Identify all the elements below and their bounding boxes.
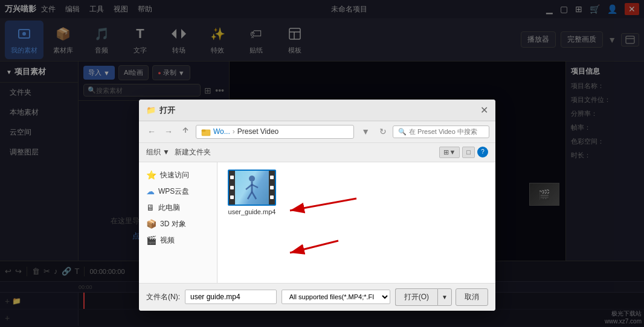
film-hole-3: [230, 195, 234, 199]
breadcrumb-preset: Preset Video: [237, 127, 279, 136]
open-btn-group: 打开(O) ▼: [395, 288, 452, 306]
file-name-text: user_guide.mp4: [228, 208, 276, 215]
open-file-dialog: 📁 打开 ✕ ← → Wo... › Preset Video ▼ ↻: [139, 100, 495, 311]
file-tree: ⭐ 快速访问 ☁ WPS云盘 🖥 此电脑 📦 3D 对象 🎬 视频: [139, 162, 217, 283]
view-details-button[interactable]: □: [462, 147, 475, 158]
breadcrumb-bar: Wo... › Preset Video: [196, 125, 354, 139]
footer-buttons: 打开(O) ▼ 取消: [395, 288, 488, 306]
svg-line-19: [290, 241, 338, 253]
wps-label: WPS云盘: [158, 186, 189, 197]
dialog-title-text: 打开: [159, 105, 175, 116]
open-dropdown-button[interactable]: ▼: [437, 288, 452, 306]
favorites-label: 快速访问: [160, 170, 189, 180]
svg-line-16: [252, 192, 256, 199]
watermark: 极光下载站www.xz7.com: [605, 310, 642, 325]
dialog-body: ⭐ 快速访问 ☁ WPS云盘 🖥 此电脑 📦 3D 对象 🎬 视频: [139, 162, 495, 283]
file-content: user_guide.mp4: [217, 162, 495, 283]
computer-icon: 🖥: [146, 203, 155, 212]
tree-item-video[interactable]: 🎬 视频: [139, 232, 217, 249]
film-hole-r1: [270, 176, 274, 179]
filename-label: 文件名(N):: [146, 292, 180, 302]
dialog-toolbar-left: 组织 ▼ 新建文件夹: [146, 147, 211, 157]
new-folder-button[interactable]: 新建文件夹: [175, 147, 211, 157]
nav-back-button[interactable]: ←: [145, 125, 158, 138]
film-hole-r3: [270, 195, 274, 199]
video-icon: 🎬: [146, 235, 156, 245]
tree-item-favorites[interactable]: ⭐ 快速访问: [139, 167, 217, 183]
dialog-title-icon: 📁: [146, 106, 156, 115]
favorites-icon: ⭐: [146, 170, 156, 180]
film-hole-1: [230, 176, 234, 179]
film-hole-2: [230, 186, 234, 189]
dialog-toolbar: 组织 ▼ 新建文件夹 ⊞▼ □ ?: [139, 143, 495, 162]
dialog-footer: 文件名(N): All supported files(*.MP4;*.FI 打…: [139, 283, 495, 311]
film-holes-right: [269, 171, 275, 205]
filename-input[interactable]: [185, 290, 277, 304]
dialog-nav: ← → Wo... › Preset Video ▼ ↻ 🔍: [139, 121, 495, 143]
breadcrumb-part-1: [201, 127, 211, 136]
organize-dropdown-icon: ▼: [163, 148, 170, 156]
organize-button[interactable]: 组织 ▼: [146, 147, 170, 157]
search-path-icon: 🔍: [398, 128, 407, 136]
tree-item-computer[interactable]: 🖥 此电脑: [139, 200, 217, 216]
svg-line-15: [248, 192, 252, 199]
file-item-user-guide[interactable]: user_guide.mp4: [225, 170, 279, 215]
3d-icon: 📦: [146, 219, 156, 229]
dialog-close-button[interactable]: ✕: [480, 104, 488, 116]
dialog-title: 📁 打开: [146, 105, 175, 116]
filetype-select[interactable]: All supported files(*.MP4;*.FI: [282, 290, 390, 304]
dialog-overlay: 📁 打开 ✕ ← → Wo... › Preset Video ▼ ↻: [0, 0, 644, 327]
view-buttons: ⊞▼ □ ?: [439, 147, 488, 158]
svg-line-18: [290, 198, 356, 211]
film-hole-r2: [270, 186, 274, 189]
nav-forward-button[interactable]: →: [162, 125, 175, 138]
organize-label: 组织: [146, 147, 161, 157]
film-image: [235, 171, 269, 205]
wps-icon: ☁: [146, 186, 155, 196]
view-grid-button[interactable]: ⊞▼: [439, 147, 460, 158]
dialog-title-bar: 📁 打开 ✕: [139, 100, 495, 121]
3d-label: 3D 对象: [160, 219, 186, 229]
tree-item-wps[interactable]: ☁ WPS云盘: [139, 183, 217, 200]
search-path-box: 🔍: [393, 125, 489, 138]
video-label: 视频: [160, 235, 175, 246]
breadcrumb-sep-1: ›: [233, 127, 235, 136]
open-button[interactable]: 打开(O): [395, 288, 437, 306]
svg-rect-10: [202, 130, 205, 132]
computer-label: 此电脑: [158, 203, 180, 213]
tree-item-3d[interactable]: 📦 3D 对象: [139, 216, 217, 232]
nav-dropdown-button[interactable]: ▼: [358, 125, 373, 138]
cancel-button[interactable]: 取消: [456, 288, 488, 306]
nav-up-button[interactable]: [179, 125, 192, 138]
nav-refresh-button[interactable]: ↻: [377, 125, 389, 138]
film-holes-left: [229, 171, 235, 205]
file-thumbnail: [228, 170, 276, 206]
search-path-input[interactable]: [409, 128, 484, 135]
breadcrumb-wo: Wo...: [213, 127, 230, 136]
svg-point-11: [249, 176, 255, 182]
film-strip-visual: [229, 171, 275, 205]
help-button[interactable]: ?: [477, 147, 488, 157]
